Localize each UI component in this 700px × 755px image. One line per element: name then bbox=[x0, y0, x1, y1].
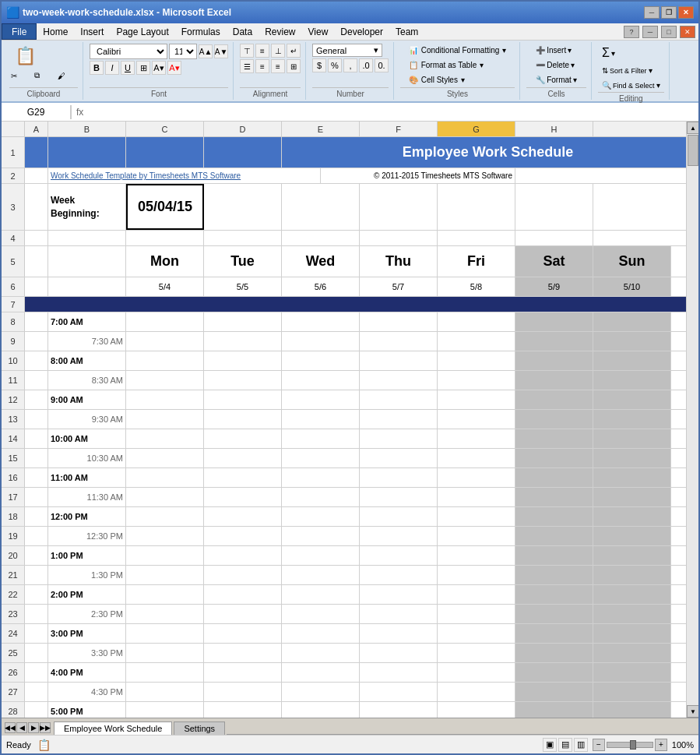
cell-b27-time[interactable]: 4:30 PM bbox=[48, 683, 126, 701]
cell-a10[interactable] bbox=[25, 351, 48, 370]
cell-i5-sun[interactable]: Sun bbox=[593, 246, 671, 277]
autosum-button[interactable]: Σ ▾ bbox=[598, 44, 664, 62]
cell-i9[interactable] bbox=[593, 332, 671, 351]
insert-button[interactable]: ➕ Insert ▾ bbox=[532, 44, 581, 57]
cell-h15[interactable] bbox=[515, 449, 593, 467]
cell-c11[interactable] bbox=[126, 371, 204, 390]
cell-i27[interactable] bbox=[593, 683, 671, 701]
cell-f23[interactable] bbox=[360, 605, 438, 623]
page-break-view-button[interactable]: ▥ bbox=[574, 738, 588, 752]
cell-b23-time[interactable]: 2:30 PM bbox=[48, 605, 126, 623]
conditional-formatting-button[interactable]: 📊 Conditional Formatting ▾ bbox=[405, 44, 511, 57]
cell-c16[interactable] bbox=[126, 468, 204, 487]
cell-h5-sat[interactable]: Sat bbox=[515, 246, 593, 277]
top-align-button[interactable]: ⊤ bbox=[240, 44, 254, 58]
cell-c25[interactable] bbox=[126, 644, 204, 662]
cell-b11-time[interactable]: 8:30 AM bbox=[48, 371, 126, 390]
cell-b3[interactable]: Week Beginning: bbox=[48, 184, 126, 230]
cell-e1[interactable]: Employee Work Schedule bbox=[282, 137, 686, 168]
sheet-first-button[interactable]: ◀◀ bbox=[5, 722, 16, 733]
cell-b5[interactable] bbox=[48, 246, 126, 277]
cell-c24[interactable] bbox=[126, 624, 204, 643]
cell-e8[interactable] bbox=[282, 312, 360, 331]
cell-d18[interactable] bbox=[204, 507, 282, 526]
cell-b22-time[interactable]: 2:00 PM bbox=[48, 585, 126, 604]
sheet-tab-settings[interactable]: Settings bbox=[174, 721, 225, 735]
cell-f9[interactable] bbox=[360, 332, 438, 351]
cell-d5-tue[interactable]: Tue bbox=[204, 246, 282, 277]
cell-f21[interactable] bbox=[360, 566, 438, 584]
cell-a2[interactable] bbox=[25, 168, 48, 183]
cell-f14[interactable] bbox=[360, 429, 438, 448]
cell-b24-time[interactable]: 3:00 PM bbox=[48, 624, 126, 643]
cell-c17[interactable] bbox=[126, 488, 204, 506]
cell-a28[interactable] bbox=[25, 702, 48, 718]
format-painter-button[interactable]: 🖌 bbox=[56, 69, 78, 82]
cell-g4[interactable] bbox=[438, 231, 515, 245]
cell-a1[interactable] bbox=[25, 137, 48, 168]
cell-a19[interactable] bbox=[25, 527, 48, 545]
cell-f26[interactable] bbox=[360, 663, 438, 682]
cell-i6-date[interactable]: 5/10 bbox=[593, 277, 671, 296]
cell-a22[interactable] bbox=[25, 585, 48, 604]
border-button[interactable]: ⊞ bbox=[136, 61, 150, 75]
cell-e15[interactable] bbox=[282, 449, 360, 467]
cell-e19[interactable] bbox=[282, 527, 360, 545]
cell-f19[interactable] bbox=[360, 527, 438, 545]
cell-c9[interactable] bbox=[126, 332, 204, 351]
cell-b6[interactable] bbox=[48, 277, 126, 296]
normal-view-button[interactable]: ▣ bbox=[543, 738, 557, 752]
cell-e16[interactable] bbox=[282, 468, 360, 487]
cell-g16[interactable] bbox=[438, 468, 515, 487]
cell-i25[interactable] bbox=[593, 644, 671, 662]
cell-e5-wed[interactable]: Wed bbox=[282, 246, 360, 277]
underline-button[interactable]: U bbox=[121, 61, 135, 75]
cell-a24[interactable] bbox=[25, 624, 48, 643]
cell-h13[interactable] bbox=[515, 410, 593, 429]
cell-d20[interactable] bbox=[204, 546, 282, 565]
cell-h26[interactable] bbox=[515, 663, 593, 682]
currency-button[interactable]: $ bbox=[312, 58, 326, 72]
cell-c5-mon[interactable]: Mon bbox=[126, 246, 204, 277]
cell-a25[interactable] bbox=[25, 644, 48, 662]
cell-i20[interactable] bbox=[593, 546, 671, 565]
cell-e26[interactable] bbox=[282, 663, 360, 682]
cell-e22[interactable] bbox=[282, 585, 360, 604]
rows-container[interactable]: 1 Employee Work Schedule 2 Work Schedule… bbox=[2, 137, 686, 718]
font-name-dropdown[interactable]: Calibri bbox=[90, 44, 167, 59]
cell-e9[interactable] bbox=[282, 332, 360, 351]
font-size-dropdown[interactable]: 11 bbox=[169, 44, 197, 59]
cell-d11[interactable] bbox=[204, 371, 282, 390]
cell-c28[interactable] bbox=[126, 702, 204, 718]
cell-h28[interactable] bbox=[515, 702, 593, 718]
cell-d3[interactable] bbox=[204, 184, 282, 230]
scroll-track[interactable] bbox=[687, 134, 698, 705]
cell-g8[interactable] bbox=[438, 312, 515, 331]
paste-button[interactable]: 📋 bbox=[9, 44, 41, 69]
col-header-c[interactable]: C bbox=[126, 122, 204, 136]
vertical-scrollbar[interactable]: ▲ ▼ bbox=[686, 122, 698, 718]
zoom-out-button[interactable]: − bbox=[593, 739, 605, 751]
cell-c23[interactable] bbox=[126, 605, 204, 623]
cell-c12[interactable] bbox=[126, 390, 204, 409]
cell-h3[interactable] bbox=[515, 184, 593, 230]
cell-c22[interactable] bbox=[126, 585, 204, 604]
cell-b13-time[interactable]: 9:30 AM bbox=[48, 410, 126, 429]
cell-i26[interactable] bbox=[593, 663, 671, 682]
menu-page-layout[interactable]: Page Layout bbox=[110, 23, 174, 40]
cell-d28[interactable] bbox=[204, 702, 282, 718]
cell-c14[interactable] bbox=[126, 429, 204, 448]
cell-g11[interactable] bbox=[438, 371, 515, 390]
zoom-slider[interactable] bbox=[607, 742, 653, 748]
cell-a17[interactable] bbox=[25, 488, 48, 506]
sheet-last-button[interactable]: ▶▶ bbox=[40, 722, 51, 733]
cell-d23[interactable] bbox=[204, 605, 282, 623]
cell-i12[interactable] bbox=[593, 390, 671, 409]
increase-decimal-button[interactable]: .0 bbox=[359, 58, 373, 72]
cell-f12[interactable] bbox=[360, 390, 438, 409]
menu-formulas[interactable]: Formulas bbox=[175, 23, 227, 40]
cell-i21[interactable] bbox=[593, 566, 671, 584]
cell-d25[interactable] bbox=[204, 644, 282, 662]
find-select-button[interactable]: 🔍 Find & Select ▾ bbox=[598, 79, 664, 92]
scroll-down-button[interactable]: ▼ bbox=[687, 705, 698, 718]
